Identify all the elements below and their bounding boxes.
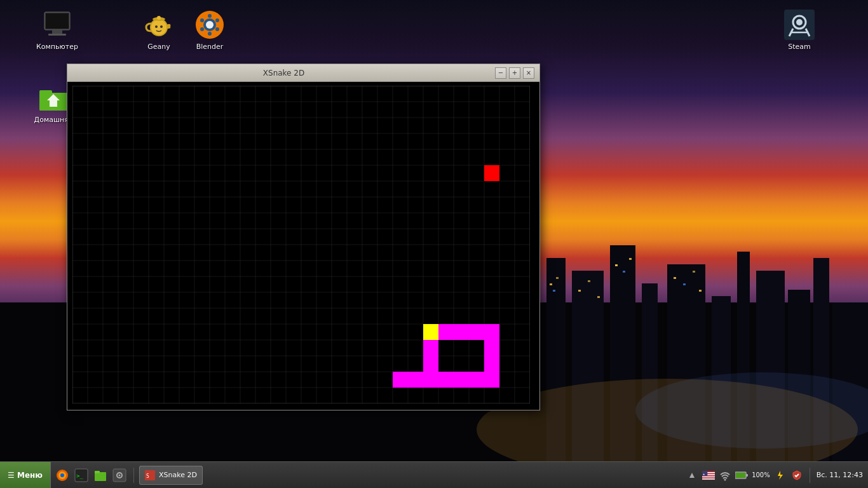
desktop-icon-steam[interactable]: Steam — [774, 10, 825, 51]
svg-rect-21 — [674, 277, 676, 279]
blender-icon — [194, 10, 225, 40]
grid-svg — [72, 86, 530, 403]
svg-point-32 — [151, 20, 166, 35]
window-controls: − + × — [495, 67, 534, 79]
taskbar-settings-button[interactable] — [111, 466, 128, 484]
clock-datetime: Вс. 11, 12:43 — [817, 471, 863, 479]
svg-rect-119 — [702, 478, 715, 480]
svg-marker-126 — [778, 471, 783, 480]
svg-rect-23 — [693, 271, 695, 273]
taskbar-clock: Вс. 11, 12:43 — [817, 471, 863, 479]
svg-rect-30 — [48, 34, 66, 36]
svg-rect-16 — [588, 280, 590, 282]
svg-rect-12 — [550, 283, 552, 285]
svg-point-39 — [206, 21, 214, 29]
home-icon — [38, 83, 69, 113]
svg-point-44 — [200, 27, 204, 31]
svg-rect-15 — [578, 290, 581, 292]
tray-power-icon[interactable] — [774, 469, 787, 482]
snake-segment — [423, 372, 438, 388]
svg-point-42 — [215, 27, 219, 31]
desktop-icon-computer[interactable]: Компьютер — [32, 10, 83, 51]
xsnake-window-icon: S — [145, 470, 155, 480]
tray-security-icon[interactable] — [790, 469, 803, 482]
snake-segment — [438, 372, 454, 388]
xsnake-window-label: XSnake 2D — [159, 471, 197, 479]
computer-icon-label: Компьютер — [36, 43, 78, 51]
desktop-icon-blender[interactable]: Blender — [184, 10, 235, 51]
snake-segment — [423, 356, 438, 372]
svg-point-45 — [200, 18, 204, 22]
taskbar-menu-button[interactable]: ☰ Меню — [0, 462, 51, 488]
svg-point-52 — [796, 19, 803, 25]
svg-text:>_: >_ — [76, 473, 83, 479]
tray-separator — [810, 468, 810, 483]
tray-keyboard-layout[interactable]: ★ — [702, 469, 715, 482]
steam-icon — [784, 10, 815, 40]
svg-text:S: S — [146, 473, 149, 479]
geany-icon-label: Geany — [147, 43, 170, 51]
svg-point-122 — [724, 478, 726, 480]
svg-rect-19 — [623, 271, 625, 273]
maximize-button[interactable]: + — [509, 67, 520, 79]
svg-point-111 — [118, 474, 120, 476]
snake-segment — [454, 372, 469, 388]
taskbar: ☰ Меню >_ — [0, 461, 868, 488]
svg-point-104 — [60, 473, 64, 477]
snake-segment — [408, 372, 423, 388]
computer-icon — [42, 10, 72, 40]
snake-segment — [484, 324, 499, 340]
svg-marker-114 — [689, 473, 695, 478]
steam-icon-label: Steam — [788, 43, 811, 51]
svg-rect-17 — [597, 296, 600, 298]
svg-rect-124 — [736, 473, 745, 478]
snake-segment — [484, 356, 499, 372]
taskbar-xsnake-button[interactable]: S XSnake 2D — [139, 466, 203, 485]
close-button[interactable]: × — [523, 67, 534, 79]
svg-rect-20 — [629, 258, 632, 260]
svg-text:★: ★ — [703, 473, 705, 476]
svg-point-34 — [157, 16, 161, 20]
svg-rect-108 — [95, 471, 100, 473]
geany-icon — [144, 10, 174, 40]
svg-rect-29 — [52, 30, 62, 34]
svg-rect-28 — [46, 13, 69, 29]
svg-point-35 — [155, 25, 158, 28]
blender-icon-label: Blender — [196, 43, 224, 51]
tray-battery-icon[interactable] — [735, 469, 748, 482]
minimize-button[interactable]: − — [495, 67, 506, 79]
menu-label: ☰ Меню — [8, 471, 43, 480]
xsnake-window: XSnake 2D − + × — [67, 64, 540, 410]
taskbar-systray: ★ 100% — [681, 462, 868, 488]
svg-rect-18 — [615, 264, 618, 266]
svg-point-41 — [215, 18, 219, 22]
snake-segment — [469, 324, 484, 340]
tray-up-arrow[interactable] — [686, 469, 698, 482]
svg-point-40 — [208, 14, 212, 18]
window-title: XSnake 2D — [72, 69, 495, 78]
snake-segment — [469, 372, 484, 388]
svg-rect-125 — [746, 474, 748, 477]
svg-point-36 — [160, 25, 163, 28]
svg-point-43 — [208, 32, 212, 36]
tray-wifi-icon[interactable] — [719, 469, 731, 482]
taskbar-files-button[interactable] — [92, 466, 109, 484]
svg-rect-24 — [699, 290, 702, 292]
svg-rect-13 — [556, 277, 559, 279]
snake-segment — [454, 324, 469, 340]
snake-segment — [423, 324, 438, 340]
taskbar-separator-1 — [133, 468, 134, 483]
game-canvas — [72, 86, 530, 403]
snake-segment — [484, 340, 499, 356]
snake-segment — [423, 340, 438, 356]
taskbar-firefox-button[interactable] — [53, 466, 71, 484]
taskbar-quicklaunch: >_ — [51, 462, 131, 488]
svg-rect-22 — [683, 283, 686, 285]
snake-food-red — [484, 165, 499, 181]
desktop-icon-geany[interactable]: Geany — [133, 10, 184, 51]
svg-rect-118 — [702, 476, 715, 477]
snake-segment — [393, 372, 408, 388]
taskbar-terminal-button[interactable]: >_ — [72, 466, 90, 484]
svg-rect-107 — [95, 472, 106, 481]
snake-segment — [438, 324, 454, 340]
